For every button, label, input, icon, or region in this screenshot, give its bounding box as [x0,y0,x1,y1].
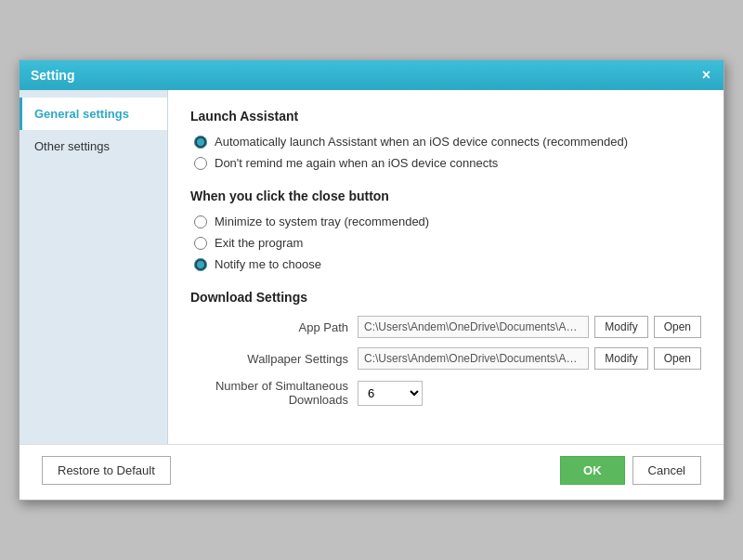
dialog-title: Setting [31,68,74,83]
auto-launch-radio[interactable] [194,136,207,149]
settings-dialog: Setting × General settings Other setting… [19,59,724,501]
title-bar: Setting × [20,60,723,90]
download-settings-section: Download Settings App Path Modify Open W… [190,290,701,407]
close-button-options: Minimize to system tray (recommended) Ex… [190,215,701,271]
launch-assistant-section: Launch Assistant Automatically launch As… [190,109,701,170]
simultaneous-select[interactable]: 1 2 3 4 5 6 7 8 [358,381,423,406]
wallpaper-modify-button[interactable]: Modify [594,347,647,370]
notify-choose-radio[interactable] [194,258,207,271]
launch-assistant-options: Automatically launch Assistant when an i… [190,135,701,170]
simultaneous-downloads-row: Number of Simultaneous Downloads 1 2 3 4… [190,379,701,407]
no-remind-radio[interactable] [194,157,207,170]
footer-right-buttons: OK Cancel [560,456,701,485]
app-path-open-button[interactable]: Open [654,316,701,338]
minimize-tray-radio[interactable] [194,215,207,228]
close-button-title: When you click the close button [190,189,701,203]
wallpaper-open-button[interactable]: Open [654,347,701,370]
close-button[interactable]: × [700,68,712,83]
main-content: Launch Assistant Automatically launch As… [168,90,723,444]
exit-program-option[interactable]: Exit the program [194,236,701,250]
close-button-section: When you click the close button Minimize… [190,189,701,271]
app-path-label: App Path [190,320,358,334]
sidebar-item-general[interactable]: General settings [20,98,167,130]
minimize-tray-option[interactable]: Minimize to system tray (recommended) [194,215,701,228]
wallpaper-settings-label: Wallpaper Settings [190,352,358,366]
ok-button[interactable]: OK [560,456,625,485]
wallpaper-path-input[interactable] [358,347,589,370]
app-path-input[interactable] [358,316,589,338]
cancel-button[interactable]: Cancel [632,456,701,485]
restore-default-button[interactable]: Restore to Default [42,456,171,485]
auto-launch-option[interactable]: Automatically launch Assistant when an i… [194,135,701,149]
no-remind-option[interactable]: Don't remind me again when an iOS device… [194,156,701,170]
launch-assistant-title: Launch Assistant [190,109,701,124]
wallpaper-settings-row: Wallpaper Settings Modify Open [190,347,701,370]
footer: Restore to Default OK Cancel [20,444,723,500]
dialog-body: General settings Other settings Launch A… [20,90,723,444]
sidebar: General settings Other settings [20,90,168,444]
simultaneous-label: Number of Simultaneous Downloads [190,379,358,407]
exit-program-radio[interactable] [194,237,207,250]
app-path-modify-button[interactable]: Modify [594,316,647,338]
download-settings-title: Download Settings [190,290,701,305]
notify-choose-option[interactable]: Notify me to choose [194,257,701,271]
sidebar-item-other[interactable]: Other settings [20,130,167,163]
app-path-row: App Path Modify Open [190,316,701,338]
